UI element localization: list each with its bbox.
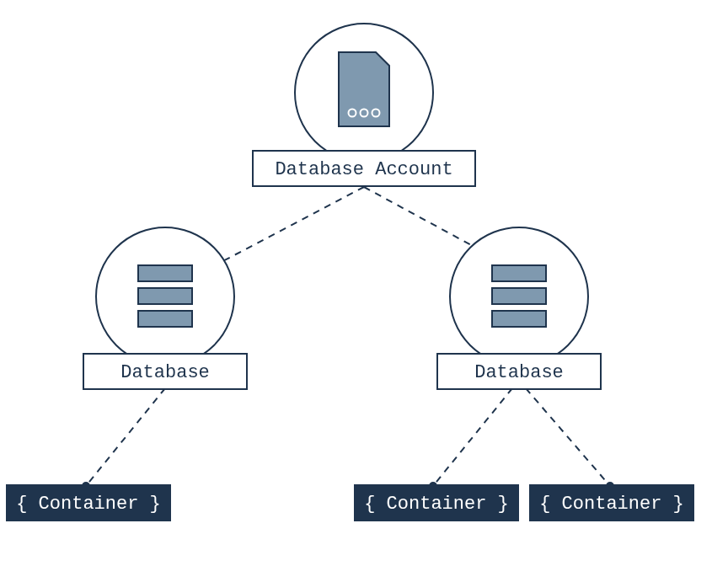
- svg-rect-22: [492, 288, 546, 304]
- container-node-2: { Container }: [355, 485, 518, 521]
- svg-rect-21: [492, 265, 546, 281]
- stack-icon: [492, 265, 546, 327]
- svg-line-8: [526, 388, 610, 486]
- database-label-left: Database: [120, 362, 210, 383]
- container-node-3: { Container }: [530, 485, 693, 521]
- svg-point-12: [361, 109, 368, 117]
- hierarchy-diagram: Database Account Database Database { Con…: [0, 0, 728, 566]
- database-account-label: Database Account: [275, 159, 452, 180]
- database-label-right: Database: [474, 362, 564, 383]
- svg-point-13: [372, 109, 380, 117]
- svg-point-11: [349, 109, 356, 117]
- svg-rect-16: [138, 265, 192, 281]
- svg-rect-23: [492, 311, 546, 327]
- database-account-node: Database Account: [253, 24, 475, 186]
- container-label-3: { Container }: [539, 494, 684, 515]
- container-label-2: { Container }: [364, 494, 509, 515]
- svg-line-4: [86, 388, 165, 486]
- svg-rect-18: [138, 311, 192, 327]
- svg-line-0: [201, 187, 364, 273]
- container-label-1: { Container }: [16, 494, 161, 515]
- container-node-1: { Container }: [7, 485, 170, 521]
- database-node-right: Database: [437, 227, 601, 389]
- stack-icon: [138, 265, 192, 327]
- database-node-left: Database: [83, 227, 247, 389]
- document-icon: [339, 52, 389, 126]
- svg-rect-17: [138, 288, 192, 304]
- svg-line-6: [433, 388, 512, 486]
